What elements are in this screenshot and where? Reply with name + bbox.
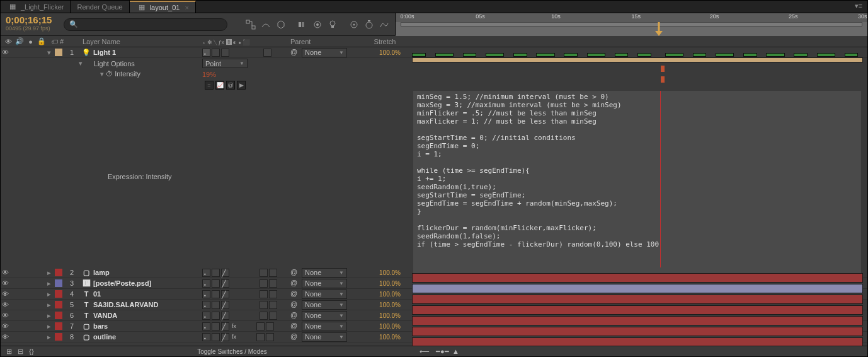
pickwhip-icon[interactable]: @ <box>290 300 299 309</box>
switch[interactable] <box>212 279 220 288</box>
parent-dropdown[interactable]: None▼ <box>302 300 347 310</box>
work-area-bar[interactable] <box>401 22 862 26</box>
switch[interactable] <box>269 279 277 288</box>
expr-pickwhip-icon[interactable]: @ <box>226 81 235 90</box>
twirl-icon[interactable]: ▸ <box>46 322 52 331</box>
eye-toggle[interactable]: 👁 <box>1 279 9 288</box>
switch[interactable]: ⬩ <box>202 333 210 341</box>
layer-bar[interactable] <box>412 305 862 315</box>
playhead[interactable] <box>655 22 663 30</box>
label-color[interactable] <box>55 49 62 56</box>
stretch-value[interactable]: 100.0% <box>363 280 407 287</box>
switch[interactable] <box>260 269 268 277</box>
parent-dropdown[interactable]: None▼ <box>302 322 347 331</box>
parent-dropdown[interactable]: None▼ <box>302 279 347 288</box>
label-color[interactable] <box>55 312 62 319</box>
switch[interactable] <box>212 301 220 309</box>
expr-enable-icon[interactable]: = <box>205 81 214 90</box>
switch[interactable] <box>221 49 229 57</box>
switch[interactable] <box>212 269 220 277</box>
switch[interactable] <box>269 301 277 309</box>
parent-dropdown[interactable]: None▼ <box>302 268 347 278</box>
stopwatch-icon[interactable]: ⏱ <box>106 70 113 78</box>
stretch-value[interactable]: 100.0% <box>363 269 407 276</box>
pickwhip-icon[interactable]: @ <box>290 268 299 277</box>
stretch-value[interactable]: 100.0% <box>363 49 407 56</box>
auto-keyframe-icon[interactable] <box>348 19 360 30</box>
switch[interactable] <box>260 279 268 288</box>
label-color[interactable] <box>55 333 62 341</box>
switch[interactable] <box>212 290 220 298</box>
pickwhip-icon[interactable]: @ <box>290 279 299 288</box>
eye-toggle[interactable]: 👁 <box>1 290 9 298</box>
eye-toggle[interactable]: 👁 <box>1 300 9 309</box>
pickwhip-icon[interactable]: @ <box>290 290 299 298</box>
lock-column-icon[interactable]: 🔒 <box>37 37 46 46</box>
parent-dropdown[interactable]: None▼ <box>302 332 347 342</box>
keyframe-marker[interactable] <box>661 66 665 72</box>
eye-column-icon[interactable]: 👁 <box>4 37 13 46</box>
intensity-value[interactable]: 19% <box>202 71 216 78</box>
label-color[interactable] <box>55 269 62 276</box>
stretch-value[interactable]: 100.0% <box>363 312 407 319</box>
twirl-icon[interactable]: ▸ <box>46 333 52 341</box>
expr-graph-icon[interactable]: 📈 <box>215 81 224 90</box>
twirl-icon[interactable]: ▸ <box>46 301 52 309</box>
stretch-value[interactable]: 100.0% <box>363 301 407 308</box>
layer-bar[interactable] <box>412 327 862 336</box>
layer-bar[interactable] <box>412 316 862 325</box>
close-icon[interactable]: × <box>185 4 188 11</box>
stretch-value[interactable]: 100.0% <box>363 334 407 341</box>
switch[interactable]: ⬩ <box>202 301 210 309</box>
twirl-icon[interactable]: ▸ <box>46 269 52 277</box>
switch[interactable] <box>269 290 277 298</box>
toggle-modes-icon[interactable]: ⊟ <box>16 347 25 356</box>
switch[interactable] <box>260 290 268 298</box>
switch[interactable] <box>260 301 268 309</box>
eye-toggle[interactable]: 👁 <box>1 322 9 331</box>
switch[interactable]: ⬩ <box>202 49 210 57</box>
switch[interactable] <box>263 49 271 57</box>
switch[interactable] <box>256 333 265 341</box>
switch[interactable] <box>212 322 220 331</box>
switch[interactable] <box>212 333 220 341</box>
layer-row[interactable]: 👁 ▾1 💡Light 1 ⬩ @None▼ 100.0% <box>1 47 867 58</box>
zoom-out-icon[interactable]: ⟵ <box>420 348 431 355</box>
switch[interactable]: ╱ <box>221 301 229 309</box>
switch[interactable] <box>266 333 274 341</box>
eye-toggle[interactable]: 👁 <box>1 311 9 320</box>
label-color[interactable] <box>55 279 62 287</box>
switch[interactable]: ╱ <box>221 290 229 298</box>
zoom-in-icon[interactable]: ▲ <box>452 348 464 355</box>
switch[interactable] <box>212 312 220 320</box>
shy-icon[interactable] <box>260 19 271 30</box>
layer-bar[interactable] <box>412 57 862 62</box>
switch[interactable] <box>212 49 220 57</box>
label-color[interactable] <box>55 301 62 308</box>
eye-toggle[interactable]: 👁 <box>1 268 9 277</box>
stretch-value[interactable]: 100.0% <box>363 323 407 330</box>
eye-toggle[interactable]: 👁 <box>1 48 9 57</box>
switch[interactable]: ╱ <box>221 333 229 341</box>
expr-language-icon[interactable]: ▶ <box>237 81 246 90</box>
intensity-row[interactable]: ▾ ⏱ Intensity 19% <box>1 69 867 79</box>
switch[interactable]: ⬩ <box>202 279 210 288</box>
switch[interactable]: ╱ <box>221 279 229 288</box>
solo-column-icon[interactable]: ● <box>26 37 35 46</box>
tab-layout-01[interactable]: ▦layout_01× <box>130 1 196 13</box>
stretch-value[interactable]: 100.0% <box>363 291 407 298</box>
speaker-column-icon[interactable]: 🔊 <box>15 37 24 46</box>
brackets-icon[interactable]: {} <box>27 347 36 356</box>
stopwatch-icon[interactable] <box>363 19 375 30</box>
panel-menu-icon[interactable]: ▾≡ <box>850 1 867 13</box>
layer-search-input[interactable] <box>64 18 227 31</box>
layer-bar[interactable] <box>412 273 862 283</box>
switch[interactable]: ⬩ <box>202 290 210 298</box>
pickwhip-icon[interactable]: @ <box>290 48 299 57</box>
zoom-slider[interactable]: ━●━ <box>436 348 447 355</box>
tab-render-queue[interactable]: Render Queue <box>71 1 129 13</box>
eye-toggle[interactable]: 👁 <box>1 332 9 341</box>
switch[interactable]: ╱ <box>221 322 229 331</box>
switch[interactable]: ╱ <box>221 269 229 277</box>
layer-bar[interactable] <box>412 295 862 304</box>
